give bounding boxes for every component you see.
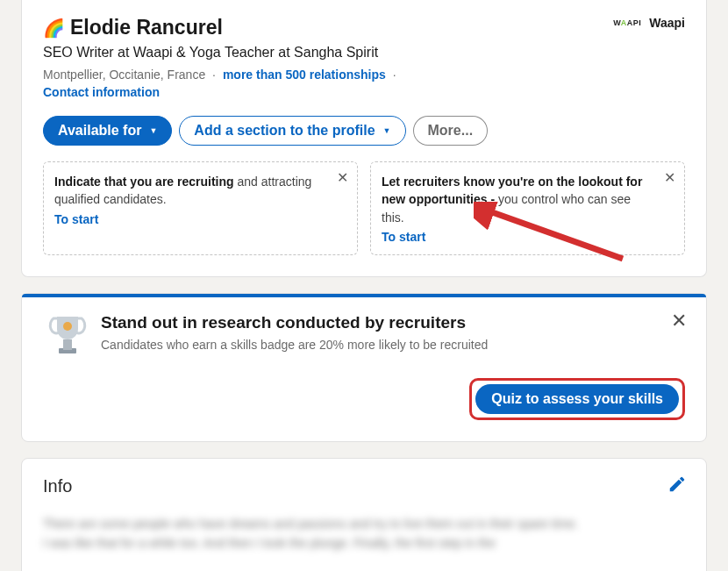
edit-pencil-icon[interactable] bbox=[667, 475, 687, 497]
available-for-button[interactable]: Available for bbox=[43, 116, 172, 146]
annotation-highlight-box: Quiz to assess your skills bbox=[469, 378, 685, 420]
quiz-button-wrap: Quiz to assess your skills bbox=[22, 378, 706, 441]
contact-info-link[interactable]: Contact information bbox=[43, 85, 160, 99]
promo-text: Stand out in research conducted by recru… bbox=[101, 313, 685, 352]
profile-name: Elodie Rancurel bbox=[70, 16, 223, 39]
info-section-card: Info There are some people who have drea… bbox=[21, 458, 707, 571]
info-section-title: Info bbox=[43, 476, 685, 496]
company-row[interactable]: WAAPI Waapi bbox=[613, 16, 685, 30]
trophy-icon bbox=[43, 313, 92, 357]
profile-identity: 🌈 Elodie Rancurel SEO Writer at Waapi & … bbox=[43, 16, 400, 100]
rainbow-emoji: 🌈 bbox=[43, 18, 65, 39]
separator-dot: · bbox=[212, 68, 216, 82]
name-row: 🌈 Elodie Rancurel bbox=[43, 16, 400, 39]
company-name: Waapi bbox=[649, 16, 685, 30]
svg-rect-2 bbox=[63, 339, 72, 350]
profile-headline: SEO Writer at Waapi & Yoga Teacher at Sa… bbox=[43, 45, 400, 61]
relationships-link[interactable]: more than 500 relationships bbox=[223, 68, 386, 82]
recruiting-bold: Indicate that you are recruiting bbox=[54, 175, 234, 189]
promo-subtitle: Candidates who earn a skills badge are 2… bbox=[101, 338, 685, 352]
info-blurred-text: There are some people who have dreams an… bbox=[43, 514, 685, 553]
profile-meta: Montpellier, Occitanie, France · more th… bbox=[43, 68, 400, 82]
action-button-row: Available for Add a section to the profi… bbox=[43, 116, 685, 146]
quiz-skills-button[interactable]: Quiz to assess your skills bbox=[475, 384, 679, 414]
promo-body: Stand out in research conducted by recru… bbox=[22, 297, 706, 378]
svg-point-3 bbox=[63, 322, 72, 331]
close-icon[interactable]: ✕ bbox=[337, 169, 348, 186]
lookout-start-link[interactable]: To start bbox=[382, 230, 425, 244]
more-button[interactable]: More... bbox=[413, 116, 489, 146]
skills-promo-card: ✕ Stand out in research conducted by rec… bbox=[21, 293, 707, 442]
close-icon[interactable]: ✕ bbox=[671, 310, 687, 332]
separator-dot: · bbox=[393, 68, 396, 82]
close-icon[interactable]: ✕ bbox=[664, 169, 675, 186]
open-to-boxes: ✕ Indicate that you are recruiting and a… bbox=[43, 161, 685, 255]
company-logo: WAAPI bbox=[613, 18, 641, 27]
recruiting-start-link[interactable]: To start bbox=[54, 212, 98, 226]
recruiting-box[interactable]: ✕ Indicate that you are recruiting and a… bbox=[43, 161, 358, 255]
profile-card: 🌈 Elodie Rancurel SEO Writer at Waapi & … bbox=[21, 0, 707, 277]
see-more-link[interactable]: … see more bbox=[43, 567, 685, 571]
promo-title: Stand out in research conducted by recru… bbox=[101, 313, 685, 332]
profile-location: Montpellier, Occitanie, France bbox=[43, 68, 205, 82]
lookout-box[interactable]: ✕ Let recruiters know you're on the look… bbox=[370, 161, 685, 255]
profile-header-row: 🌈 Elodie Rancurel SEO Writer at Waapi & … bbox=[43, 16, 685, 100]
add-section-button[interactable]: Add a section to the profile bbox=[179, 116, 405, 146]
